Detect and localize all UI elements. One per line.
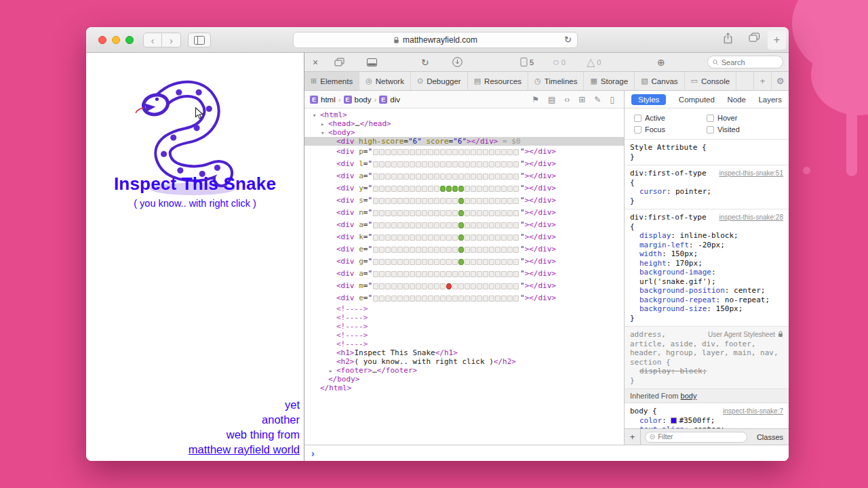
dom-tree-row[interactable]: <!----> <box>304 304 624 313</box>
css-property[interactable]: cursor: pointer; <box>630 187 783 197</box>
tab-console[interactable]: ▭Console <box>685 72 737 90</box>
address-bar[interactable]: matthewrayfield.com ↻ <box>293 32 578 48</box>
checkbox-focus[interactable] <box>634 126 642 134</box>
dom-tree-row[interactable]: ▸<head>…</head> <box>304 119 624 128</box>
css-property[interactable]: color: #3500ff; <box>630 416 783 426</box>
dom-tree-row[interactable]: <div e=""></div> <box>304 243 624 256</box>
code-brackets-icon[interactable]: ‹› <box>564 95 570 104</box>
classes-button[interactable]: Classes <box>751 433 789 441</box>
dom-tree-row[interactable]: <div g=""></div> <box>304 256 624 268</box>
tab-timelines[interactable]: ◷Timelines <box>528 72 584 90</box>
tab-overview-button[interactable] <box>749 33 760 43</box>
css-property[interactable]: width: 150px; <box>630 249 783 259</box>
tab-canvas[interactable]: ▧Canvas <box>635 72 684 90</box>
dom-tree-row[interactable]: ▾<html> <box>304 110 624 119</box>
css-property[interactable]: background-position: center; <box>630 286 783 296</box>
pseudo-toggle-visited[interactable]: Visited <box>707 125 779 134</box>
dom-tree-row[interactable]: <div l=""></div> <box>304 158 624 170</box>
quick-console[interactable]: › <box>304 445 789 461</box>
tab-elements[interactable]: ⊞Elements <box>304 72 359 90</box>
edit-icon[interactable]: ✎ <box>594 95 601 104</box>
rule-source-link[interactable]: User Agent Stylesheet <box>708 330 775 340</box>
tab-resources[interactable]: ▤Resources <box>468 72 528 90</box>
print-icon[interactable]: ▤ <box>548 95 555 104</box>
css-property[interactable]: background-size: 150px; <box>630 304 783 314</box>
inspector-search[interactable] <box>707 56 783 68</box>
dom-tree-row[interactable]: <h2>( you know.. with right click )</h2> <box>304 357 624 366</box>
dom-tree-row[interactable]: <div k=""></div> <box>304 231 624 243</box>
tab-storage[interactable]: ▦Storage <box>584 72 635 90</box>
dom-tree-row[interactable]: <!----> <box>304 340 624 348</box>
checkbox-active[interactable] <box>634 115 642 122</box>
pseudo-toggle-focus[interactable]: Focus <box>634 125 707 134</box>
dom-tree-row[interactable]: <div a=""></div> <box>304 219 624 231</box>
css-property[interactable]: background-image: url('snake.gif'); <box>630 268 783 286</box>
filter-input[interactable] <box>658 433 743 441</box>
reload-page-button[interactable]: ↻ <box>421 53 429 71</box>
inherited-from-link[interactable]: body <box>681 392 697 400</box>
dom-tree-row[interactable]: </body> <box>304 375 624 384</box>
device-icon[interactable]: ▯ <box>610 95 614 104</box>
new-tab-button[interactable]: + <box>768 30 786 49</box>
add-tab-button[interactable]: + <box>753 72 771 90</box>
rule-source-link[interactable]: inspect-this-snake:7 <box>723 407 783 416</box>
dom-tree-row[interactable]: <div s=""></div> <box>304 195 624 207</box>
disclosure-open-icon[interactable]: ▾ <box>313 111 320 120</box>
checkbox-hover[interactable] <box>707 115 714 122</box>
sidebar-toggle-button[interactable] <box>188 33 211 47</box>
page-reload-icon[interactable]: ↻ <box>564 35 572 45</box>
css-property[interactable]: display: inline-block; <box>630 231 783 241</box>
css-property[interactable]: display: block; <box>630 367 783 376</box>
color-swatch[interactable] <box>671 418 677 424</box>
forward-button[interactable]: › <box>162 33 181 47</box>
dom-tree-row[interactable]: ▸<footer>…</footer> <box>304 366 624 375</box>
tab-network[interactable]: ◎Network <box>359 72 411 90</box>
rule-source-link[interactable]: inspect-this-snake:28 <box>719 213 784 222</box>
close-window-button[interactable] <box>98 36 106 44</box>
matthew-rayfield-link[interactable]: matthew rayfield world <box>189 443 300 455</box>
tab-debugger[interactable]: ⊙Debugger <box>411 72 468 90</box>
flag-icon[interactable]: ⚑ <box>532 95 539 104</box>
css-property[interactable]: margin-left: -20px; <box>630 241 783 250</box>
dock-side-button[interactable] <box>367 53 377 71</box>
breadcrumb-item-html[interactable]: Ehtml <box>310 96 336 104</box>
css-property[interactable]: height: 170px; <box>630 259 783 268</box>
dom-tree-row[interactable]: <!----> <box>304 331 624 340</box>
add-rule-button[interactable]: + <box>625 429 641 445</box>
close-inspector-button[interactable]: × <box>313 53 318 71</box>
resource-count-badge[interactable]: 5 <box>520 53 534 71</box>
sidebar-tab-styles[interactable]: Styles <box>631 94 666 105</box>
disclosure-open-icon[interactable]: ▾ <box>321 129 328 138</box>
css-property[interactable]: background-repeat: no-repeat; <box>630 296 783 305</box>
dom-tree-row[interactable]: <div m=""></div> <box>304 280 624 292</box>
error-count-badge[interactable]: ○ 0 <box>553 53 566 71</box>
rule-source-link[interactable]: inspect-this-snake:51 <box>719 169 784 178</box>
minimize-window-button[interactable] <box>112 36 120 44</box>
breadcrumb-item-body[interactable]: Ebody <box>344 96 372 104</box>
duplicate-button[interactable] <box>334 53 344 71</box>
dom-tree-row[interactable]: <div n=""></div> <box>304 207 624 219</box>
dom-tree-row[interactable]: <!----> <box>304 313 624 322</box>
dom-tree-row[interactable]: <div p=""></div> <box>304 146 624 158</box>
zoom-window-button[interactable] <box>125 36 134 44</box>
dom-tree-row[interactable]: <div high-score="6" score="6"></div> = $… <box>304 137 624 146</box>
grid-overlay-icon[interactable]: ⊞ <box>578 95 585 104</box>
dom-tree-row[interactable]: <h1>Inspect This Snake</h1> <box>304 348 624 357</box>
pseudo-toggle-hover[interactable]: Hover <box>707 114 779 122</box>
inspector-settings-button[interactable]: ⚙ <box>771 72 789 90</box>
dom-tree-row[interactable]: <div y=""></div> <box>304 182 624 195</box>
breadcrumb-item-div[interactable]: Ediv <box>379 96 400 104</box>
element-picker-button[interactable]: ⊕ <box>657 53 665 71</box>
pseudo-toggle-active[interactable]: Active <box>634 114 707 122</box>
filter-field[interactable] <box>645 432 747 443</box>
dom-tree-row[interactable]: <div e=""></div> <box>304 292 624 304</box>
warning-count-badge[interactable]: △ 0 <box>587 53 601 71</box>
dom-tree-row[interactable]: <div a=""></div> <box>304 268 624 280</box>
share-button[interactable] <box>723 33 733 44</box>
download-button[interactable] <box>452 53 462 71</box>
checkbox-visited[interactable] <box>707 126 714 134</box>
back-button[interactable]: ‹ <box>143 33 162 47</box>
sidebar-tab-computed[interactable]: Computed <box>679 96 715 104</box>
dom-tree-row[interactable]: <!----> <box>304 322 624 331</box>
search-input[interactable] <box>722 58 778 66</box>
